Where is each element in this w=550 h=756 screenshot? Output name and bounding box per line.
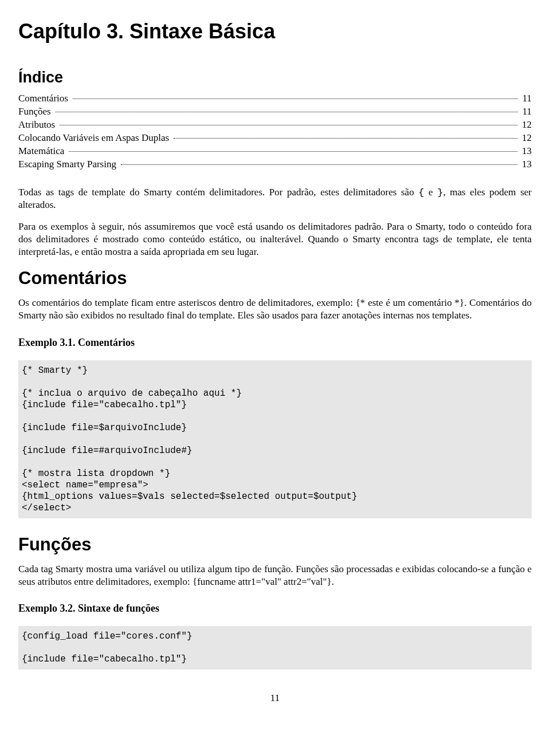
intro-paragraph-1: Todas as tags de template do Smarty cont…: [18, 186, 532, 212]
toc-page: 12: [520, 119, 532, 132]
example-title-3-1: Exemplo 3.1. Comentários: [18, 337, 532, 349]
toc-row: Comentários 11: [18, 92, 532, 105]
toc-label[interactable]: Matemática: [18, 145, 66, 158]
section-heading-funcoes: Funções: [18, 534, 532, 555]
funcoes-body: Cada tag Smarty mostra uma variável ou u…: [18, 563, 532, 588]
toc-leader: [60, 125, 517, 125]
comentarios-body: Os comentários do template ficam entre a…: [18, 297, 532, 322]
section-heading-comentarios: Comentários: [18, 268, 532, 289]
intro-text: Todas as tags de template do Smarty cont…: [18, 187, 418, 198]
delimiter-close: }: [437, 187, 443, 198]
toc-page: 13: [520, 158, 532, 171]
toc-leader: [69, 151, 517, 152]
code-block-funcoes: {config_load file="cores.conf"} {include…: [18, 626, 532, 670]
toc-page: 11: [520, 105, 532, 119]
toc-label[interactable]: Funções: [18, 105, 53, 119]
toc-label[interactable]: Colocando Variáveis em Aspas Duplas: [18, 132, 171, 145]
toc-leader: [73, 99, 518, 99]
intro-paragraph-2: Para os exemplos à seguir, nós assumirem…: [18, 220, 532, 258]
code-block-comentarios: {* Smarty *} {* inclua o arquivo de cabe…: [18, 360, 532, 518]
toc-leader: [121, 164, 517, 165]
delimiter-open: {: [418, 187, 424, 198]
toc-label[interactable]: Comentários: [18, 92, 70, 105]
toc-page: 13: [520, 145, 532, 158]
toc-heading: Índice: [18, 69, 532, 86]
toc-row: Colocando Variáveis em Aspas Duplas 12: [18, 132, 532, 145]
toc-row: Escaping Smarty Parsing 13: [18, 158, 532, 171]
toc-label[interactable]: Atributos: [18, 119, 57, 132]
toc-row: Matemática 13: [18, 145, 532, 158]
toc-page: 11: [520, 92, 532, 105]
toc-leader: [56, 112, 518, 112]
toc-row: Atributos 12: [18, 119, 532, 132]
toc-row: Funções 11: [18, 105, 532, 119]
page-number: 11: [18, 692, 532, 704]
chapter-title: Capítulo 3. Sintaxe Básica: [18, 19, 532, 44]
toc-page: 12: [520, 132, 532, 145]
toc-label[interactable]: Escaping Smarty Parsing: [18, 158, 119, 171]
toc-leader: [174, 138, 517, 139]
table-of-contents: Comentários 11 Funções 11 Atributos 12 C…: [18, 92, 532, 171]
intro-text: e: [424, 187, 437, 198]
example-title-3-2: Exemplo 3.2. Sintaxe de funções: [18, 603, 532, 615]
